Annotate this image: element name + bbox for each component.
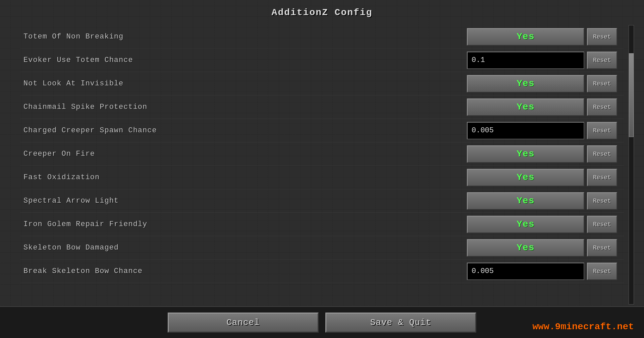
config-row-charged-creeper-chance: Charged Creeper Spawn ChanceReset	[20, 119, 624, 142]
input-field-break-skeleton-bow[interactable]	[467, 263, 584, 280]
config-row-iron-golem-repair: Iron Golem Repair FriendlyYesReset	[20, 213, 624, 236]
reset-btn-not-look-invisible[interactable]: Reset	[587, 75, 617, 92]
config-label-chainmail-spike: Chainmail Spike Protection	[20, 103, 467, 111]
scrollbar-track[interactable]	[629, 25, 634, 305]
config-control-chainmail-spike: YesReset	[467, 98, 617, 116]
scrollbar-thumb[interactable]	[629, 53, 634, 137]
toggle-btn-skeleton-bow-damaged[interactable]: Yes	[467, 239, 584, 257]
bottom-bar: Cancel Save & Quit www.9minecraft.net	[0, 306, 644, 338]
toggle-btn-chainmail-spike[interactable]: Yes	[467, 98, 584, 116]
config-label-skeleton-bow-damaged: Skeleton Bow Damaged	[20, 244, 467, 252]
reset-btn-totem-non-breaking[interactable]: Reset	[587, 28, 617, 46]
toggle-btn-creeper-on-fire[interactable]: Yes	[467, 145, 584, 163]
config-row-chainmail-spike: Chainmail Spike ProtectionYesReset	[20, 95, 624, 119]
cancel-button[interactable]: Cancel	[168, 313, 319, 333]
config-label-iron-golem-repair: Iron Golem Repair Friendly	[20, 220, 467, 228]
reset-btn-charged-creeper-chance[interactable]: Reset	[587, 122, 617, 139]
reset-btn-iron-golem-repair[interactable]: Reset	[587, 216, 617, 233]
config-row-fast-oxidization: Fast OxidizationYesReset	[20, 166, 624, 189]
config-label-break-skeleton-bow: Break Skeleton Bow Chance	[20, 267, 467, 275]
config-row-break-skeleton-bow: Break Skeleton Bow ChanceReset	[20, 260, 624, 283]
toggle-btn-totem-non-breaking[interactable]: Yes	[467, 28, 584, 46]
toggle-btn-iron-golem-repair[interactable]: Yes	[467, 216, 584, 233]
save-button[interactable]: Save & Quit	[325, 313, 476, 333]
reset-btn-break-skeleton-bow[interactable]: Reset	[587, 263, 617, 280]
input-field-evoker-totem-chance[interactable]	[467, 52, 584, 69]
reset-btn-spectral-arrow-light[interactable]: Reset	[587, 192, 617, 210]
toggle-btn-fast-oxidization[interactable]: Yes	[467, 169, 584, 186]
config-label-spectral-arrow-light: Spectral Arrow Light	[20, 197, 467, 205]
config-label-creeper-on-fire: Creeper On Fire	[20, 150, 467, 158]
config-row-spectral-arrow-light: Spectral Arrow LightYesReset	[20, 189, 624, 213]
watermark: www.9minecraft.net	[533, 322, 634, 332]
config-label-evoker-totem-chance: Evoker Use Totem Chance	[20, 56, 467, 64]
config-row-evoker-totem-chance: Evoker Use Totem ChanceReset	[20, 49, 624, 72]
config-label-fast-oxidization: Fast Oxidization	[20, 173, 467, 182]
config-control-charged-creeper-chance: Reset	[467, 122, 617, 139]
config-control-iron-golem-repair: YesReset	[467, 216, 617, 233]
config-control-totem-non-breaking: YesReset	[467, 28, 617, 46]
config-row-totem-non-breaking: Totem Of Non BreakingYesReset	[20, 25, 624, 49]
reset-btn-creeper-on-fire[interactable]: Reset	[587, 145, 617, 163]
reset-btn-chainmail-spike[interactable]: Reset	[587, 98, 617, 116]
config-control-break-skeleton-bow: Reset	[467, 263, 617, 280]
page-title: AdditionZ Config	[0, 7, 644, 18]
toggle-btn-spectral-arrow-light[interactable]: Yes	[467, 192, 584, 210]
config-row-creeper-on-fire: Creeper On FireYesReset	[20, 142, 624, 166]
config-label-totem-non-breaking: Totem Of Non Breaking	[20, 32, 467, 41]
reset-btn-evoker-totem-chance[interactable]: Reset	[587, 52, 617, 69]
reset-btn-fast-oxidization[interactable]: Reset	[587, 169, 617, 186]
config-control-creeper-on-fire: YesReset	[467, 145, 617, 163]
config-label-not-look-invisible: Not Look At Invisible	[20, 79, 467, 88]
toggle-btn-not-look-invisible[interactable]: Yes	[467, 75, 584, 92]
reset-btn-skeleton-bow-damaged[interactable]: Reset	[587, 239, 617, 257]
input-field-charged-creeper-chance[interactable]	[467, 122, 584, 139]
config-control-spectral-arrow-light: YesReset	[467, 192, 617, 210]
config-list: Totem Of Non BreakingYesResetEvoker Use …	[20, 25, 624, 305]
config-label-charged-creeper-chance: Charged Creeper Spawn Chance	[20, 126, 467, 135]
config-row-skeleton-bow-damaged: Skeleton Bow DamagedYesReset	[20, 236, 624, 260]
config-row-not-look-invisible: Not Look At InvisibleYesReset	[20, 72, 624, 95]
config-control-fast-oxidization: YesReset	[467, 169, 617, 186]
config-control-not-look-invisible: YesReset	[467, 75, 617, 92]
config-control-skeleton-bow-damaged: YesReset	[467, 239, 617, 257]
config-control-evoker-totem-chance: Reset	[467, 52, 617, 69]
